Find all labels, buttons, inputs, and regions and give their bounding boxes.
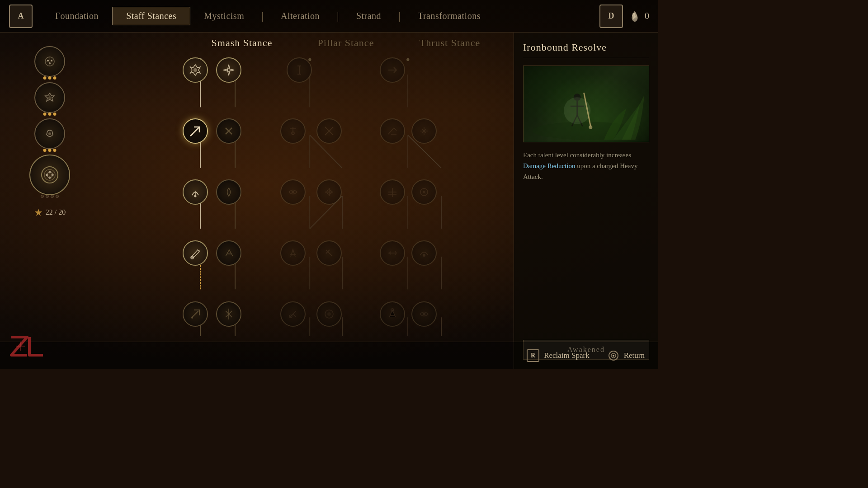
svg-point-11: [49, 177, 51, 179]
dot: [51, 195, 54, 198]
svg-point-43: [406, 58, 409, 61]
dot: [43, 76, 47, 80]
spark-icon: [628, 10, 641, 23]
pillar-node-5-2[interactable]: [316, 301, 342, 327]
reclaim-label: Reclaim Spark: [544, 351, 590, 360]
pillar-node-2-2[interactable]: [316, 118, 342, 144]
scene-svg: [524, 68, 649, 140]
thrust-node-3-1[interactable]: [380, 179, 405, 205]
thrust-icon-4-1: [385, 245, 400, 261]
orb-1-icon: [42, 53, 58, 70]
pillar-node-3-2[interactable]: [316, 179, 342, 205]
pillar-icon-3-1: [285, 184, 301, 200]
logo-svg: [9, 333, 45, 364]
smash-node-3-2[interactable]: [216, 179, 241, 205]
char-orb-4: [29, 155, 70, 195]
thrust-node-5-1[interactable]: [380, 301, 405, 327]
char-orb-3: [34, 118, 65, 149]
thrust-icon-5-2: [416, 306, 432, 322]
dot: [48, 113, 52, 116]
orb-1-dots: [43, 76, 57, 80]
smash-node-3-1[interactable]: [183, 179, 208, 205]
separator-2: |: [333, 10, 343, 22]
smash-node-5-2[interactable]: [216, 301, 241, 327]
character-panel: 22 / 20: [0, 33, 99, 369]
nav-btn-a[interactable]: A: [9, 5, 33, 28]
svg-point-44: [193, 68, 197, 72]
tab-mysticism[interactable]: Mysticism: [190, 7, 258, 25]
detail-title: Ironbound Resolve: [523, 42, 649, 58]
smash-icon-2-1: [188, 123, 203, 139]
thrust-node-1-1[interactable]: [380, 57, 405, 83]
return-icon: [608, 350, 619, 361]
thrust-icon-3-2: [416, 184, 432, 200]
dot: [41, 195, 44, 198]
pillar-icon-4-2: [321, 245, 337, 261]
char-orb-1: [34, 46, 65, 77]
return-label: Return: [624, 351, 645, 360]
reclaim-key: R: [527, 349, 539, 362]
nav-btn-d[interactable]: D: [599, 5, 623, 28]
smash-node-2-2[interactable]: [216, 118, 241, 144]
smash-icon-5-2: [221, 306, 236, 322]
detail-image: [523, 66, 649, 142]
main-content: 22 / 20 Smash Stance Pillar Stance Thrus…: [0, 33, 658, 369]
smash-stance-header: Smash Stance: [190, 37, 294, 49]
dot: [53, 76, 57, 80]
tab-staff-stances[interactable]: Staff Stances: [112, 7, 190, 25]
smash-node-4-1[interactable]: [183, 240, 208, 266]
pillar-node-4-2[interactable]: [316, 240, 342, 266]
smash-node-4-2[interactable]: [216, 240, 241, 266]
dot: [48, 149, 52, 152]
char-orb-2: [34, 82, 65, 113]
counter-spark-icon: [34, 208, 43, 217]
thrust-node-4-1[interactable]: [380, 240, 405, 266]
thrust-node-5-2[interactable]: [411, 301, 437, 327]
nav-right-area: D 0: [599, 5, 649, 28]
return-action[interactable]: Return: [608, 350, 645, 361]
pillar-node-5-1[interactable]: [280, 301, 306, 327]
pillar-node-4-1[interactable]: [280, 240, 306, 266]
smash-icon-1-2: [221, 62, 236, 78]
smash-node-5-1[interactable]: [183, 301, 208, 327]
tab-transformations[interactable]: Transformations: [404, 7, 494, 25]
pillar-icon-5-1: [285, 306, 301, 322]
smash-icon-2-2: [221, 123, 236, 139]
dot: [48, 76, 52, 80]
thrust-icon-4-2: [416, 245, 432, 261]
smash-icon-4-1: [188, 245, 203, 261]
dot: [53, 113, 57, 116]
thrust-node-4-2[interactable]: [411, 240, 437, 266]
svg-point-45: [194, 195, 197, 197]
tab-foundation[interactable]: Foundation: [42, 7, 112, 25]
thrust-icon-2-2: [416, 123, 432, 139]
spark-number: 0: [645, 11, 649, 21]
orb-2-icon: [42, 89, 58, 106]
tab-strand[interactable]: Strand: [343, 7, 395, 25]
reclaim-spark-action[interactable]: R Reclaim Spark: [527, 349, 590, 362]
detail-panel: Ironbound Resolve: [514, 33, 658, 369]
svg-point-5: [48, 132, 51, 135]
smash-node-1-2[interactable]: [216, 57, 241, 83]
smash-node-1-1[interactable]: [183, 57, 208, 83]
svg-point-59: [589, 125, 592, 129]
pillar-node-2-1[interactable]: [280, 118, 306, 144]
pillar-node-3-1[interactable]: [280, 179, 306, 205]
pillar-node-1-1[interactable]: [287, 57, 312, 83]
orb-4-dots: [41, 195, 59, 198]
svg-point-10: [49, 171, 51, 174]
svg-point-9: [52, 174, 54, 176]
orb-4-icon: [38, 163, 61, 187]
thrust-node-3-2[interactable]: [411, 179, 437, 205]
smash-icon-3-2: [221, 184, 236, 200]
thrust-node-2-1[interactable]: [380, 118, 405, 144]
dot: [43, 113, 47, 116]
smash-icon-1-1: [188, 62, 203, 78]
thrust-node-2-2[interactable]: [411, 118, 437, 144]
smash-node-2-1[interactable]: [183, 118, 208, 144]
tab-alteration[interactable]: Alteration: [267, 7, 333, 25]
stance-headers: Smash Stance Pillar Stance Thrust Stance: [190, 37, 506, 49]
navigation-bar: A Foundation Staff Stances Mysticism | A…: [0, 0, 658, 33]
detail-description: Each talent level considerably increases…: [523, 150, 649, 182]
logo: [9, 333, 45, 364]
